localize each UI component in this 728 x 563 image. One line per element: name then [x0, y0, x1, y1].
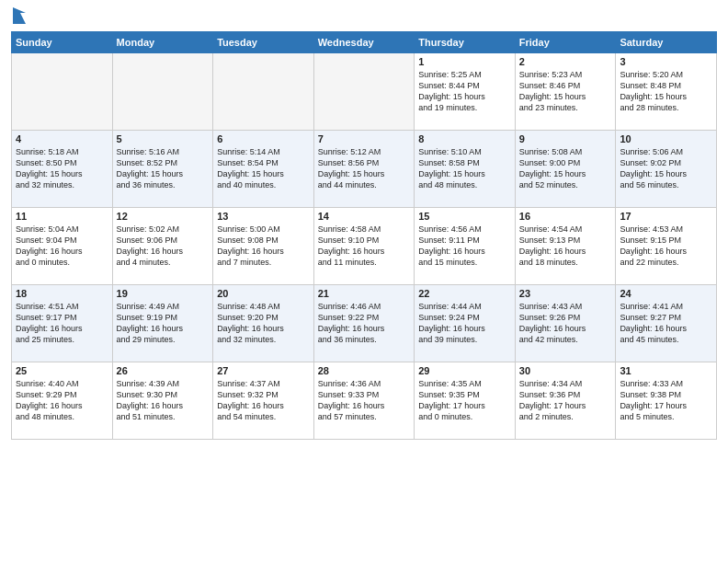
day-info: Sunrise: 5:16 AM Sunset: 8:52 PM Dayligh… — [117, 146, 210, 191]
header — [11, 9, 717, 26]
day-number: 14 — [318, 211, 411, 222]
day-number: 28 — [318, 365, 411, 376]
day-cell: 30Sunrise: 4:34 AM Sunset: 9:36 PM Dayli… — [515, 362, 616, 440]
day-cell: 23Sunrise: 4:43 AM Sunset: 9:26 PM Dayli… — [515, 285, 616, 362]
day-cell: 26Sunrise: 4:39 AM Sunset: 9:30 PM Dayli… — [112, 362, 213, 440]
day-cell: 10Sunrise: 5:06 AM Sunset: 9:02 PM Dayli… — [616, 131, 717, 208]
day-cell: 6Sunrise: 5:14 AM Sunset: 8:54 PM Daylig… — [213, 131, 314, 208]
page: SundayMondayTuesdayWednesdayThursdayFrid… — [0, 0, 728, 563]
day-number: 6 — [217, 133, 310, 144]
day-info: Sunrise: 4:43 AM Sunset: 9:26 PM Dayligh… — [519, 301, 612, 346]
day-info: Sunrise: 4:34 AM Sunset: 9:36 PM Dayligh… — [519, 378, 612, 423]
header-cell-tuesday: Tuesday — [213, 32, 314, 53]
calendar-table: SundayMondayTuesdayWednesdayThursdayFrid… — [11, 31, 717, 440]
day-info: Sunrise: 5:08 AM Sunset: 9:00 PM Dayligh… — [519, 146, 612, 191]
day-number: 19 — [117, 288, 210, 299]
week-row-2: 11Sunrise: 5:04 AM Sunset: 9:04 PM Dayli… — [12, 208, 717, 285]
day-number: 12 — [117, 211, 210, 222]
day-cell: 1Sunrise: 5:25 AM Sunset: 8:44 PM Daylig… — [415, 53, 516, 131]
day-cell: 27Sunrise: 4:37 AM Sunset: 9:32 PM Dayli… — [213, 362, 314, 440]
day-cell: 18Sunrise: 4:51 AM Sunset: 9:17 PM Dayli… — [12, 285, 113, 362]
day-info: Sunrise: 4:36 AM Sunset: 9:33 PM Dayligh… — [318, 378, 411, 423]
day-info: Sunrise: 5:25 AM Sunset: 8:44 PM Dayligh… — [418, 69, 511, 114]
day-info: Sunrise: 4:49 AM Sunset: 9:19 PM Dayligh… — [117, 301, 210, 346]
day-cell: 15Sunrise: 4:56 AM Sunset: 9:11 PM Dayli… — [415, 208, 516, 285]
day-info: Sunrise: 5:23 AM Sunset: 8:46 PM Dayligh… — [519, 69, 612, 114]
day-cell: 31Sunrise: 4:33 AM Sunset: 9:38 PM Dayli… — [616, 362, 717, 440]
day-number: 26 — [117, 365, 210, 376]
day-cell: 29Sunrise: 4:35 AM Sunset: 9:35 PM Dayli… — [415, 362, 516, 440]
day-info: Sunrise: 4:35 AM Sunset: 9:35 PM Dayligh… — [418, 378, 511, 423]
calendar-header: SundayMondayTuesdayWednesdayThursdayFrid… — [12, 32, 717, 53]
week-row-4: 25Sunrise: 4:40 AM Sunset: 9:29 PM Dayli… — [12, 362, 717, 440]
day-cell: 12Sunrise: 5:02 AM Sunset: 9:06 PM Dayli… — [112, 208, 213, 285]
day-cell: 21Sunrise: 4:46 AM Sunset: 9:22 PM Dayli… — [313, 285, 415, 362]
day-number: 24 — [620, 288, 712, 299]
day-number: 4 — [16, 133, 108, 144]
day-number: 20 — [217, 288, 310, 299]
day-info: Sunrise: 4:51 AM Sunset: 9:17 PM Dayligh… — [16, 301, 108, 346]
day-number: 25 — [16, 365, 108, 376]
day-cell — [12, 53, 113, 131]
day-info: Sunrise: 4:53 AM Sunset: 9:15 PM Dayligh… — [620, 224, 712, 269]
day-cell — [213, 53, 314, 131]
header-cell-sunday: Sunday — [12, 32, 113, 53]
day-info: Sunrise: 4:58 AM Sunset: 9:10 PM Dayligh… — [318, 224, 411, 269]
day-number: 9 — [519, 133, 612, 144]
day-cell: 19Sunrise: 4:49 AM Sunset: 9:19 PM Dayli… — [112, 285, 213, 362]
day-info: Sunrise: 5:14 AM Sunset: 8:54 PM Dayligh… — [217, 146, 310, 191]
week-row-3: 18Sunrise: 4:51 AM Sunset: 9:17 PM Dayli… — [12, 285, 717, 362]
day-number: 29 — [418, 365, 511, 376]
day-info: Sunrise: 5:00 AM Sunset: 9:08 PM Dayligh… — [217, 224, 310, 269]
day-number: 2 — [519, 56, 612, 67]
day-number: 13 — [217, 211, 310, 222]
day-info: Sunrise: 4:41 AM Sunset: 9:27 PM Dayligh… — [620, 301, 712, 346]
day-cell: 4Sunrise: 5:18 AM Sunset: 8:50 PM Daylig… — [12, 131, 113, 208]
day-cell: 17Sunrise: 4:53 AM Sunset: 9:15 PM Dayli… — [616, 208, 717, 285]
week-row-0: 1Sunrise: 5:25 AM Sunset: 8:44 PM Daylig… — [12, 53, 717, 131]
day-info: Sunrise: 5:20 AM Sunset: 8:48 PM Dayligh… — [620, 69, 712, 114]
day-info: Sunrise: 4:44 AM Sunset: 9:24 PM Dayligh… — [418, 301, 511, 346]
day-info: Sunrise: 4:39 AM Sunset: 9:30 PM Dayligh… — [117, 378, 210, 423]
day-info: Sunrise: 4:33 AM Sunset: 9:38 PM Dayligh… — [620, 378, 712, 423]
day-number: 18 — [16, 288, 108, 299]
day-cell: 11Sunrise: 5:04 AM Sunset: 9:04 PM Dayli… — [12, 208, 113, 285]
day-info: Sunrise: 4:37 AM Sunset: 9:32 PM Dayligh… — [217, 378, 310, 423]
svg-marker-0 — [13, 7, 26, 24]
logo — [11, 9, 26, 26]
day-cell: 2Sunrise: 5:23 AM Sunset: 8:46 PM Daylig… — [515, 53, 616, 131]
day-cell: 8Sunrise: 5:10 AM Sunset: 8:58 PM Daylig… — [415, 131, 516, 208]
day-cell: 13Sunrise: 5:00 AM Sunset: 9:08 PM Dayli… — [213, 208, 314, 285]
header-cell-saturday: Saturday — [616, 32, 717, 53]
header-row: SundayMondayTuesdayWednesdayThursdayFrid… — [12, 32, 717, 53]
day-number: 8 — [418, 133, 511, 144]
day-number: 10 — [620, 133, 712, 144]
day-info: Sunrise: 5:02 AM Sunset: 9:06 PM Dayligh… — [117, 224, 210, 269]
day-cell: 16Sunrise: 4:54 AM Sunset: 9:13 PM Dayli… — [515, 208, 616, 285]
day-cell: 24Sunrise: 4:41 AM Sunset: 9:27 PM Dayli… — [616, 285, 717, 362]
logo-icon — [13, 7, 26, 24]
header-cell-wednesday: Wednesday — [313, 32, 415, 53]
day-cell: 20Sunrise: 4:48 AM Sunset: 9:20 PM Dayli… — [213, 285, 314, 362]
day-number: 11 — [16, 211, 108, 222]
day-number: 21 — [318, 288, 411, 299]
day-cell — [112, 53, 213, 131]
day-info: Sunrise: 4:40 AM Sunset: 9:29 PM Dayligh… — [16, 378, 108, 423]
day-info: Sunrise: 5:04 AM Sunset: 9:04 PM Dayligh… — [16, 224, 108, 269]
day-cell: 22Sunrise: 4:44 AM Sunset: 9:24 PM Dayli… — [415, 285, 516, 362]
day-info: Sunrise: 5:10 AM Sunset: 8:58 PM Dayligh… — [418, 146, 511, 191]
day-number: 1 — [418, 56, 511, 67]
header-cell-monday: Monday — [112, 32, 213, 53]
day-cell: 14Sunrise: 4:58 AM Sunset: 9:10 PM Dayli… — [313, 208, 415, 285]
day-cell — [313, 53, 415, 131]
day-cell: 9Sunrise: 5:08 AM Sunset: 9:00 PM Daylig… — [515, 131, 616, 208]
day-cell: 5Sunrise: 5:16 AM Sunset: 8:52 PM Daylig… — [112, 131, 213, 208]
day-info: Sunrise: 5:18 AM Sunset: 8:50 PM Dayligh… — [16, 146, 108, 191]
day-cell: 3Sunrise: 5:20 AM Sunset: 8:48 PM Daylig… — [616, 53, 717, 131]
header-cell-thursday: Thursday — [415, 32, 516, 53]
week-row-1: 4Sunrise: 5:18 AM Sunset: 8:50 PM Daylig… — [12, 131, 717, 208]
day-number: 22 — [418, 288, 511, 299]
day-info: Sunrise: 4:56 AM Sunset: 9:11 PM Dayligh… — [418, 224, 511, 269]
day-info: Sunrise: 5:06 AM Sunset: 9:02 PM Dayligh… — [620, 146, 712, 191]
day-number: 27 — [217, 365, 310, 376]
